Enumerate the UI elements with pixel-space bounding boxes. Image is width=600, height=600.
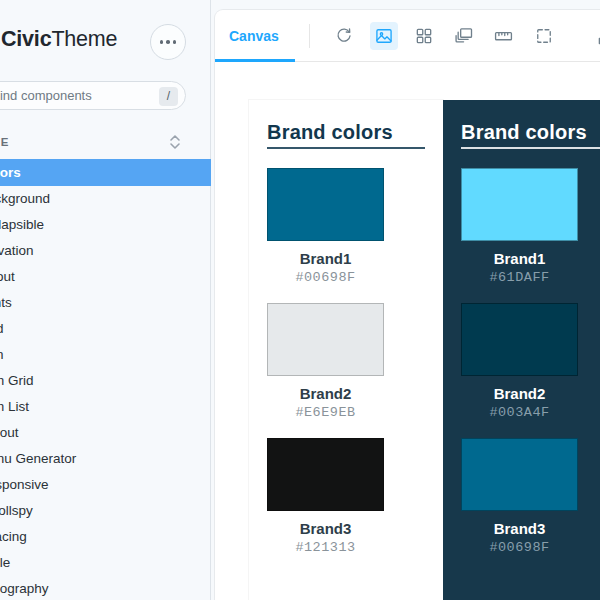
sidebar-item-grid[interactable]: Grid (0, 316, 211, 342)
app-logo[interactable]: CivicTheme (1, 27, 117, 52)
sidebar-item-background[interactable]: Background (0, 186, 211, 212)
sidebar-item-item-list[interactable]: Item List (0, 394, 211, 420)
color-swatch (267, 438, 384, 511)
sidebar-item-menu-generator[interactable]: Menu Generator (0, 446, 211, 472)
title-underline (267, 147, 425, 149)
sidebar-item-scrollspy[interactable]: Scrollspy (0, 498, 211, 524)
panel-title: Brand colors (461, 122, 600, 142)
tab-canvas[interactable]: Canvas (215, 10, 295, 62)
story-preview: Brand colors Brand1 #00698F Brand2 #E6E9… (215, 62, 600, 600)
color-card-brand2-light: Brand2 #E6E9EB (267, 303, 384, 421)
color-swatch (461, 168, 578, 241)
color-card-brand2-dark: Brand2 #003A4F (461, 303, 578, 421)
color-swatch (267, 303, 384, 376)
viewport-size-icon (454, 26, 474, 46)
sidebar-item-colors[interactable]: Colors (0, 159, 211, 186)
sidebar: CivicTheme Find components / BASE Colors… (0, 0, 211, 600)
color-card-brand3-dark: Brand3 #00698F (461, 438, 578, 556)
brand-colors-panel-light: Brand colors Brand1 #00698F Brand2 #E6E9… (249, 100, 443, 600)
background-toggle-button[interactable] (370, 22, 398, 50)
measure-button[interactable] (490, 22, 518, 50)
color-swatch (267, 168, 384, 241)
canvas-toolbar: Canvas (215, 10, 600, 62)
preview-panel: Canvas (215, 10, 600, 600)
sidebar-item-flyout[interactable]: Flyout (0, 264, 211, 290)
color-card-brand3-light: Brand3 #121313 (267, 438, 384, 556)
sidebar-item-collapsible[interactable]: Collapsible (0, 212, 211, 238)
fullscreen-button[interactable] (592, 23, 600, 51)
sync-icon (334, 26, 354, 46)
sidebar-item-table[interactable]: Table (0, 550, 211, 576)
remount-sync-button[interactable] (330, 22, 358, 50)
color-card-brand1-dark: Brand1 #61DAFF (461, 168, 578, 286)
ellipsis-icon (160, 40, 177, 44)
color-card-brand1-light: Brand1 #00698F (267, 168, 384, 286)
grid-toggle-button[interactable] (410, 22, 438, 50)
logo-regular-part: Theme (51, 27, 117, 51)
sidebar-section-header[interactable]: BASE (0, 132, 211, 152)
sidebar-item-item-grid[interactable]: Item Grid (0, 368, 211, 394)
sidebar-item-spacing[interactable]: Spacing (0, 524, 211, 550)
panel-title: Brand colors (267, 122, 425, 142)
component-list: Colors Background Collapsible Elevation … (0, 159, 211, 600)
sidebar-item-layout[interactable]: Layout (0, 420, 211, 446)
title-underline (461, 147, 600, 149)
section-label: BASE (0, 132, 11, 152)
sidebar-item-elevation[interactable]: Elevation (0, 238, 211, 264)
sidebar-item-icon[interactable]: Icon (0, 342, 211, 368)
color-swatch (461, 438, 578, 511)
toolbar-divider (309, 24, 310, 48)
outline-icon (534, 26, 554, 46)
outline-button[interactable] (530, 22, 558, 50)
search-shortcut-badge: / (159, 87, 178, 106)
sidebar-item-fonts[interactable]: Fonts (0, 290, 211, 316)
brand-colors-panel-dark: Brand colors Brand1 #61DAFF Brand2 #003A… (443, 100, 600, 600)
search-placeholder: Find components (0, 88, 92, 103)
ruler-icon (493, 26, 514, 46)
expand-collapse-icon[interactable] (167, 133, 183, 151)
sidebar-menu-button[interactable] (150, 24, 186, 60)
sidebar-item-responsive[interactable]: Responsive (0, 472, 211, 498)
color-swatch (461, 303, 578, 376)
sidebar-item-typography[interactable]: Typography (0, 576, 211, 600)
image-icon (374, 26, 394, 46)
logo-bold-part: Civic (1, 27, 51, 51)
canvas-area: Canvas (211, 0, 600, 600)
search-input[interactable]: Find components / (0, 81, 186, 110)
grid-icon (414, 26, 434, 46)
viewport-size-button[interactable] (450, 22, 478, 50)
